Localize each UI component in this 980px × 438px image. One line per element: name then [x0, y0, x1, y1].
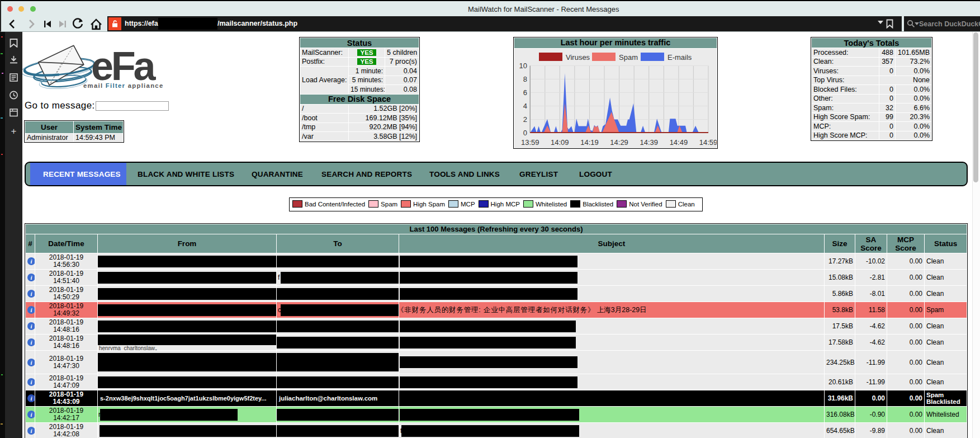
svg-text:8: 8 — [523, 75, 527, 83]
svg-text:14:29: 14:29 — [610, 138, 628, 147]
svg-text:14:49: 14:49 — [670, 138, 688, 147]
svg-text:13:59: 13:59 — [521, 138, 539, 147]
svg-text:6: 6 — [523, 88, 527, 97]
svg-text:Spam: Spam — [619, 53, 638, 62]
svg-text:14:39: 14:39 — [640, 138, 658, 147]
svg-text:14:09: 14:09 — [551, 138, 569, 147]
svg-text:eFa: eFa — [91, 44, 157, 88]
svg-text:Viruses: Viruses — [566, 53, 590, 62]
svg-text:14:19: 14:19 — [580, 138, 599, 147]
svg-text:10: 10 — [519, 62, 527, 70]
svg-text:14:59: 14:59 — [699, 138, 717, 147]
svg-text:email Filter appliance: email Filter appliance — [83, 82, 164, 89]
svg-text:4: 4 — [523, 102, 527, 110]
svg-text:E-mails: E-mails — [667, 53, 692, 62]
svg-text:0: 0 — [523, 129, 527, 137]
svg-text:2: 2 — [523, 115, 527, 124]
